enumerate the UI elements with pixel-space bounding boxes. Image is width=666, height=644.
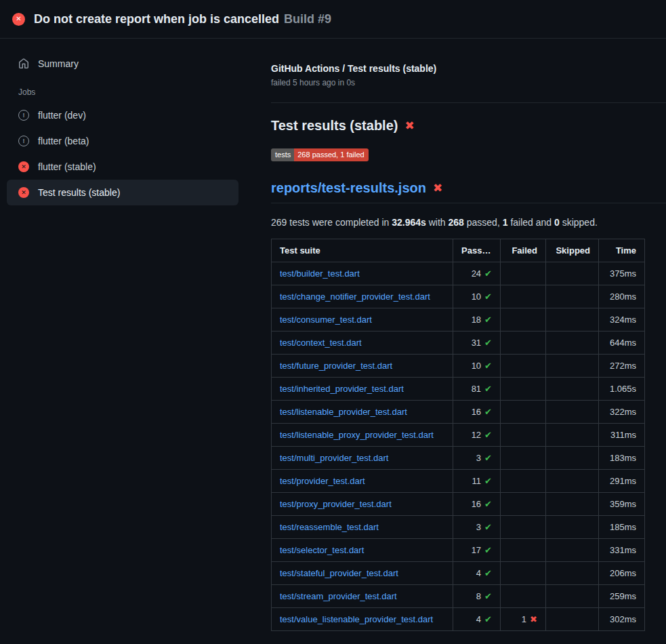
suite-cell: test/proxy_provider_test.dart	[272, 493, 453, 516]
table-row: test/multi_provider_test.dart3✔183ms	[272, 447, 645, 470]
time-cell: 291ms	[599, 470, 645, 493]
passed-cell: 10✔	[453, 355, 501, 378]
test-suite-link[interactable]: test/listenable_proxy_provider_test.dart	[280, 430, 434, 440]
table-row: test/consumer_test.dart18✔324ms	[272, 308, 645, 331]
alert-circle-icon: !	[18, 136, 29, 146]
time-cell: 183ms	[599, 447, 645, 470]
test-suite-link[interactable]: test/context_test.dart	[280, 338, 362, 348]
suite-cell: test/builder_test.dart	[272, 262, 453, 285]
time-cell: 375ms	[599, 262, 645, 285]
test-suite-link[interactable]: test/listenable_provider_test.dart	[280, 407, 407, 417]
check-icon: ✔	[484, 430, 492, 440]
check-icon: ✔	[484, 591, 492, 601]
breadcrumb: GitHub Actions / Test results (stable)	[271, 63, 644, 74]
skipped-cell	[546, 355, 599, 378]
test-suite-link[interactable]: test/proxy_provider_test.dart	[280, 499, 392, 509]
build-number: Build #9	[284, 12, 331, 26]
report-link[interactable]: reports/test-results.json	[271, 180, 426, 196]
skipped-cell	[546, 331, 599, 355]
check-icon: ✔	[484, 499, 492, 509]
time-cell: 259ms	[599, 585, 645, 608]
test-suite-link[interactable]: test/selector_test.dart	[280, 545, 364, 555]
check-run-header: ✕ Do not create report when job is cance…	[0, 0, 666, 39]
test-suite-link[interactable]: test/change_notifier_provider_test.dart	[280, 291, 430, 302]
badge-label: tests	[271, 148, 294, 161]
x-icon: ✖	[530, 614, 537, 624]
report-heading: reports/test-results.json ✖	[271, 180, 666, 203]
table-row: test/provider_test.dart11✔291ms	[272, 470, 645, 493]
failed-cell	[501, 331, 546, 355]
skipped-cell	[546, 285, 599, 308]
summary-text: passed,	[464, 217, 503, 228]
sidebar-item-job[interactable]: !flutter (dev)	[7, 102, 238, 128]
failed-cell	[501, 493, 546, 516]
time-cell: 302ms	[599, 608, 645, 631]
badge-value: 268 passed, 1 failed	[294, 148, 368, 161]
failed-cell	[501, 401, 546, 424]
passed-cell: 81✔	[453, 378, 501, 401]
test-suite-link[interactable]: test/value_listenable_provider_test.dart	[280, 614, 433, 624]
failed-cell	[501, 447, 546, 470]
skipped-cell	[546, 262, 599, 285]
time-cell: 331ms	[599, 539, 645, 562]
page-title: Do not create report when job is cancell…	[34, 12, 331, 26]
check-icon: ✔	[484, 361, 492, 371]
skipped-cell	[546, 539, 599, 562]
suite-cell: test/provider_test.dart	[272, 470, 453, 493]
test-suite-link[interactable]: test/future_provider_test.dart	[280, 361, 392, 371]
passed-cell: 24✔	[453, 262, 501, 285]
test-suite-link[interactable]: test/multi_provider_test.dart	[280, 453, 388, 463]
summary-failed-count: 1	[503, 217, 508, 228]
passed-cell: 12✔	[453, 424, 501, 447]
sidebar-item-job[interactable]: ✕Test results (stable)	[7, 180, 238, 205]
suite-cell: test/listenable_provider_test.dart	[272, 401, 453, 424]
test-suite-link[interactable]: test/reassemble_test.dart	[280, 522, 379, 532]
test-suite-link[interactable]: test/stateful_provider_test.dart	[280, 568, 398, 578]
home-icon	[18, 58, 29, 69]
test-suite-link[interactable]: test/consumer_test.dart	[280, 315, 372, 325]
col-header-test-suite: Test suite	[272, 239, 453, 262]
suite-cell: test/reassemble_test.dart	[272, 516, 453, 539]
suite-cell: test/change_notifier_provider_test.dart	[272, 285, 453, 308]
skipped-cell	[546, 608, 599, 631]
page-layout: Summary Jobs !flutter (dev)!flutter (bet…	[0, 39, 666, 631]
test-suite-link[interactable]: test/stream_provider_test.dart	[280, 591, 397, 601]
sidebar-item-summary[interactable]: Summary	[7, 51, 238, 77]
alert-circle-icon: !	[18, 110, 29, 121]
summary-duration: 32.964s	[392, 217, 426, 228]
skipped-cell	[546, 378, 599, 401]
sidebar-item-job[interactable]: ✕flutter (stable)	[7, 154, 238, 180]
check-title: Test results (stable) ✖	[271, 118, 644, 134]
skipped-cell	[546, 585, 599, 608]
main-content: GitHub Actions / Test results (stable) f…	[251, 39, 666, 631]
table-row: test/inherited_provider_test.dart81✔1.06…	[272, 378, 645, 401]
suite-cell: test/stateful_provider_test.dart	[272, 562, 453, 585]
table-row: test/listenable_proxy_provider_test.dart…	[272, 424, 645, 447]
failed-cell	[501, 424, 546, 447]
col-header-passed: Passed	[453, 239, 501, 262]
failed-cell	[501, 262, 546, 285]
table-row: test/builder_test.dart24✔375ms	[272, 262, 645, 285]
check-icon: ✔	[484, 338, 492, 348]
passed-cell: 11✔	[453, 470, 501, 493]
failed-x-icon: ✖	[404, 119, 414, 133]
summary-text: 269 tests were completed in	[271, 217, 392, 228]
col-header-time: Time	[599, 239, 645, 262]
passed-cell: 16✔	[453, 401, 501, 424]
suite-cell: test/selector_test.dart	[272, 539, 453, 562]
skipped-cell	[546, 401, 599, 424]
test-suite-link[interactable]: test/builder_test.dart	[280, 268, 360, 279]
passed-cell: 3✔	[453, 516, 501, 539]
sidebar-item-label: flutter (dev)	[38, 110, 86, 121]
time-cell: 324ms	[599, 308, 645, 331]
x-circle-icon: ✕	[18, 187, 29, 198]
tests-badge: tests 268 passed, 1 failed	[271, 148, 369, 161]
failed-cell	[501, 378, 546, 401]
suite-cell: test/stream_provider_test.dart	[272, 585, 453, 608]
check-icon: ✔	[484, 453, 492, 463]
test-suite-link[interactable]: test/inherited_provider_test.dart	[280, 384, 404, 394]
skipped-cell	[546, 447, 599, 470]
test-suite-link[interactable]: test/provider_test.dart	[280, 476, 365, 486]
sidebar-item-job[interactable]: !flutter (beta)	[7, 128, 238, 154]
check-icon: ✔	[484, 568, 492, 578]
